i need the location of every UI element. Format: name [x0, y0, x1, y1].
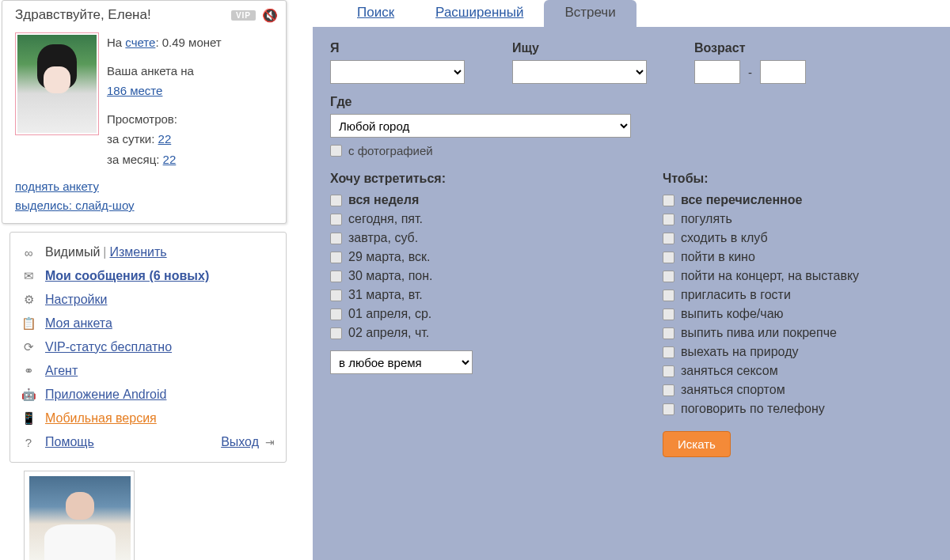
purpose-checkbox[interactable]	[663, 289, 674, 301]
i-am-label: Я	[330, 41, 465, 55]
purpose-checkbox[interactable]	[663, 346, 674, 358]
day-checkbox[interactable]	[330, 233, 342, 244]
day-checkbox[interactable]	[330, 271, 342, 282]
purpose-item[interactable]: заняться сексом	[663, 361, 950, 380]
menu-agent[interactable]: ⚭ Агент	[21, 359, 275, 383]
purpose-checkbox[interactable]	[663, 252, 674, 263]
day-item[interactable]: 30 марта, пон.	[330, 267, 631, 286]
search-panel: Я Ищу Возраст - Где Любой город	[313, 27, 950, 560]
profile-icon: 📋	[21, 316, 36, 331]
views-month-link[interactable]: 22	[163, 153, 177, 166]
day-checkbox[interactable]	[330, 252, 342, 263]
raise-profile-link[interactable]: поднять анкету	[15, 180, 99, 193]
purpose-item[interactable]: выехать на природу	[663, 342, 950, 361]
day-item[interactable]: 31 марта, вт.	[330, 286, 631, 305]
contact-avatar[interactable]	[29, 476, 131, 560]
day-checkbox[interactable]	[330, 308, 342, 320]
menu-panel: ∞ Видимый|Изменить ✉ Мои сообщения (6 но…	[10, 232, 287, 463]
rings-icon: ⚭	[21, 364, 36, 378]
purpose-checkbox[interactable]	[663, 403, 674, 415]
day-checkbox[interactable]	[330, 327, 342, 339]
views-day-label: за сутки:	[107, 132, 154, 146]
photo-label: с фотографией	[348, 144, 433, 157]
tab-meetings[interactable]: Встречи	[544, 0, 636, 27]
age-from-input[interactable]	[694, 60, 740, 84]
day-checkbox[interactable]	[330, 195, 342, 206]
menu-help[interactable]: ? Помощь Выход ⇥	[21, 430, 275, 454]
day-item[interactable]: завтра, суб.	[330, 229, 631, 248]
day-item[interactable]: сегодня, пят.	[330, 210, 631, 229]
purpose-checkbox[interactable]	[663, 365, 674, 377]
my-profile-link[interactable]: Моя анкета	[45, 316, 112, 331]
day-checkbox[interactable]	[330, 214, 342, 225]
meet-section-title: Хочу встретиться:	[330, 172, 631, 186]
profile-panel: Здравствуйте, Елена! VIP 🔇 На счете: 0.4…	[2, 0, 287, 224]
purpose-item[interactable]: заняться спортом	[663, 380, 950, 399]
exit-icon: ⇥	[265, 436, 275, 448]
rank-link[interactable]: 186 месте	[107, 84, 162, 97]
views-month-label: за месяц:	[107, 153, 159, 166]
seek-label: Ищу	[512, 41, 647, 55]
mobile-link[interactable]: Мобильная версия	[45, 411, 157, 426]
photo-checkbox[interactable]	[330, 145, 342, 157]
slideshow-link[interactable]: выделись: слайд-шоу	[15, 199, 135, 212]
purpose-item[interactable]: выпить пива или покрепче	[663, 324, 950, 342]
vip-link[interactable]: VIP-статус бесплатно	[45, 340, 172, 354]
sound-icon[interactable]: 🔇	[262, 8, 278, 23]
purpose-checkbox[interactable]	[663, 233, 674, 244]
menu-profile[interactable]: 📋 Моя анкета	[21, 312, 275, 335]
i-am-select[interactable]	[330, 60, 465, 84]
exit-link[interactable]: Выход	[221, 435, 259, 449]
purpose-label: все перечисленное	[681, 193, 802, 207]
time-select[interactable]: в любое время	[330, 350, 473, 374]
purpose-checkbox[interactable]	[663, 271, 674, 282]
tab-advanced-label[interactable]: Расширенный	[435, 5, 523, 20]
menu-mobile[interactable]: 📱 Мобильная версия	[21, 407, 275, 430]
purpose-item[interactable]: пойти на концерт, на выставку	[663, 267, 950, 286]
help-link[interactable]: Помощь	[45, 435, 94, 449]
day-checkbox[interactable]	[330, 289, 342, 301]
purpose-item[interactable]: сходить в клуб	[663, 229, 950, 248]
day-item[interactable]: 01 апреля, ср.	[330, 305, 631, 324]
days-list: вся неделясегодня, пят.завтра, суб.29 ма…	[330, 191, 631, 342]
gear-icon: ⚙	[21, 293, 36, 307]
purpose-item[interactable]: поговорить по телефону	[663, 399, 950, 418]
day-item[interactable]: 02 апреля, чт.	[330, 324, 631, 342]
menu-settings[interactable]: ⚙ Настройки	[21, 288, 275, 312]
tab-search[interactable]: Поиск	[336, 0, 415, 27]
views-day-link[interactable]: 22	[158, 132, 172, 146]
tab-advanced[interactable]: Расширенный	[415, 0, 544, 27]
settings-link[interactable]: Настройки	[45, 293, 107, 307]
purpose-item[interactable]: все перечисленное	[663, 191, 950, 210]
views-label: Просмотров:	[107, 109, 222, 130]
age-to-input[interactable]	[760, 60, 806, 84]
menu-messages[interactable]: ✉ Мои сообщения (6 новых)	[21, 264, 275, 288]
purpose-checkbox[interactable]	[663, 308, 674, 320]
seek-select[interactable]	[512, 60, 647, 84]
menu-android[interactable]: 🤖 Приложение Android	[21, 383, 275, 407]
day-item[interactable]: вся неделя	[330, 191, 631, 210]
agent-link[interactable]: Агент	[45, 364, 78, 378]
purpose-item[interactable]: погулять	[663, 210, 950, 229]
purpose-item[interactable]: выпить кофе/чаю	[663, 305, 950, 324]
purpose-label: пригласить в гости	[681, 288, 791, 302]
messages-link[interactable]: Мои сообщения (6 новых)	[45, 269, 209, 283]
purpose-label: выехать на природу	[681, 345, 798, 359]
menu-vip[interactable]: ⟳ VIP-статус бесплатно	[21, 335, 275, 359]
visibility-change-link[interactable]: Изменить	[109, 245, 166, 259]
purpose-item[interactable]: пригласить в гости	[663, 286, 950, 305]
purpose-item[interactable]: пойти в кино	[663, 248, 950, 267]
avatar[interactable]	[15, 32, 99, 135]
vip-badge[interactable]: VIP	[231, 10, 256, 21]
search-button[interactable]: Искать	[663, 431, 731, 457]
android-link[interactable]: Приложение Android	[45, 388, 166, 402]
contact-panel[interactable]	[24, 471, 135, 560]
purpose-checkbox[interactable]	[663, 195, 674, 206]
purpose-checkbox[interactable]	[663, 327, 674, 339]
city-select[interactable]: Любой город	[330, 114, 631, 138]
purpose-checkbox[interactable]	[663, 384, 674, 396]
purpose-checkbox[interactable]	[663, 214, 674, 225]
tab-search-label[interactable]: Поиск	[357, 5, 394, 20]
day-item[interactable]: 29 марта, вск.	[330, 248, 631, 267]
balance-link[interactable]: счете	[125, 36, 155, 49]
